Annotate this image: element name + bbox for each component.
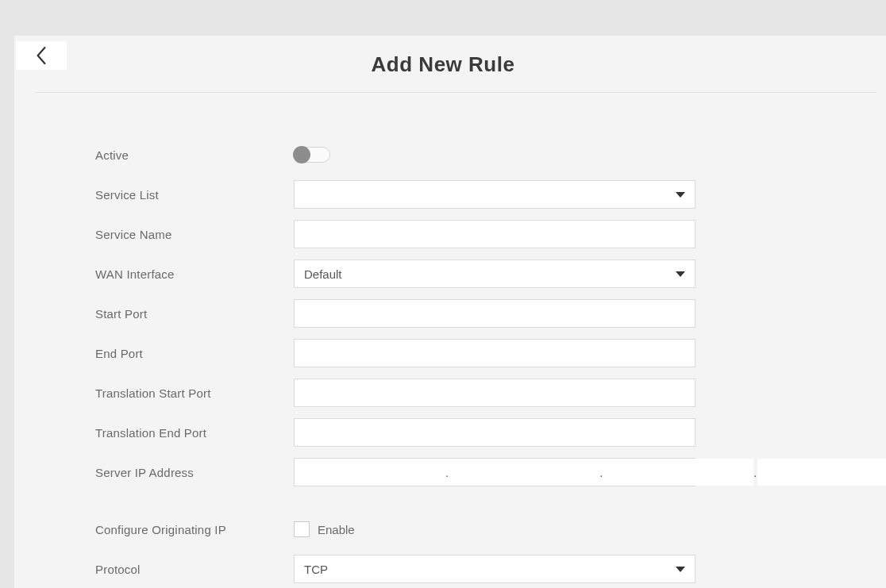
label-server-ip: Server IP Address — [95, 466, 294, 479]
protocol-select[interactable]: TCP — [294, 555, 695, 583]
rule-form: Active Service List Service Name WAN Int… — [95, 135, 699, 588]
label-trans-start-port: Translation Start Port — [95, 386, 294, 400]
row-trans-end-port: Translation End Port — [95, 413, 699, 452]
label-service-list: Service List — [95, 188, 294, 202]
service-list-select[interactable] — [294, 180, 695, 209]
start-port-input[interactable] — [294, 299, 695, 328]
row-service-name: Service Name — [95, 214, 699, 254]
wan-interface-select[interactable]: Default — [294, 259, 695, 288]
label-wan-interface: WAN Interface — [95, 267, 294, 281]
row-config-orig-ip: Configure Originating IP Enable — [95, 509, 699, 549]
ip-octet-4[interactable] — [757, 459, 886, 486]
enable-label: Enable — [318, 523, 355, 536]
row-wan-interface: WAN Interface Default — [95, 254, 699, 294]
protocol-value: TCP — [304, 563, 328, 576]
label-protocol: Protocol — [95, 563, 294, 576]
row-protocol: Protocol TCP — [95, 549, 699, 588]
label-config-orig-ip: Configure Originating IP — [95, 523, 294, 536]
header-divider — [35, 92, 876, 93]
chevron-down-icon — [676, 567, 685, 572]
service-name-input[interactable] — [294, 220, 695, 248]
wan-interface-value: Default — [304, 267, 342, 281]
label-end-port: End Port — [95, 347, 294, 360]
trans-start-port-input[interactable] — [294, 379, 695, 407]
label-start-port: Start Port — [95, 307, 294, 321]
label-trans-end-port: Translation End Port — [95, 426, 294, 440]
row-server-ip: Server IP Address . . . — [95, 452, 699, 492]
server-ip-input[interactable]: . . . — [294, 458, 695, 486]
end-port-input[interactable] — [294, 339, 695, 367]
ip-octet-3[interactable] — [603, 459, 753, 486]
ip-octet-2[interactable] — [449, 459, 599, 486]
trans-end-port-input[interactable] — [294, 418, 695, 447]
label-service-name: Service Name — [95, 228, 294, 241]
row-end-port: End Port — [95, 333, 699, 373]
label-active: Active — [95, 148, 294, 162]
chevron-down-icon — [676, 192, 685, 198]
active-toggle[interactable] — [294, 147, 330, 163]
toggle-knob — [293, 146, 310, 163]
row-active: Active — [95, 135, 699, 175]
row-service-list: Service List — [95, 175, 699, 214]
ip-octet-1[interactable] — [295, 459, 445, 486]
chevron-down-icon — [676, 271, 685, 277]
row-trans-start-port: Translation Start Port — [95, 373, 699, 413]
enable-originating-ip-checkbox[interactable] — [294, 521, 310, 537]
row-start-port: Start Port — [95, 294, 699, 333]
page-title: Add New Rule — [0, 52, 886, 77]
